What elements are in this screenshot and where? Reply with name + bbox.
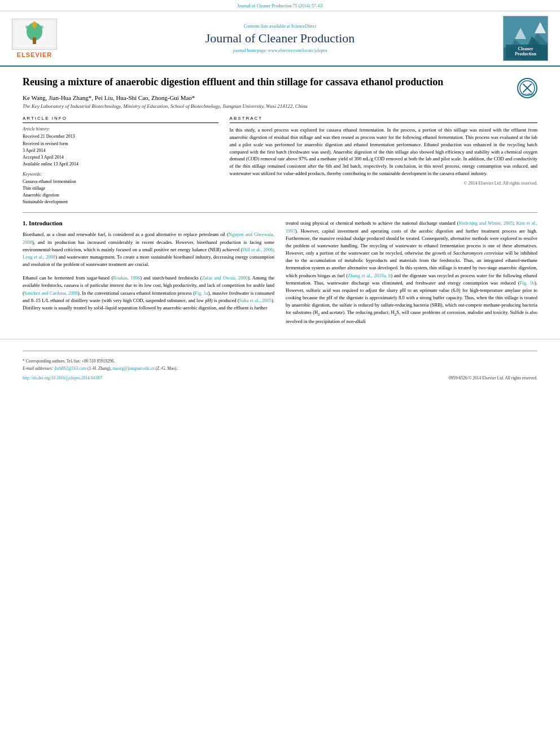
body-section: 1. Introduction Bioethanol, as a clean a… (23, 220, 537, 325)
keyword-2: Thin stillage (23, 185, 218, 192)
journal-center: Contents lists available at ScienceDirec… (60, 24, 500, 53)
journal-title: Journal of Cleaner Production (60, 31, 500, 46)
article-title-section: CrossMark Reusing a mixture of anaerobic… (23, 76, 537, 89)
article-info-heading: ARTICLE INFO (23, 116, 218, 123)
history-label: Article history: (23, 126, 218, 132)
section-divider (23, 212, 537, 213)
available-date: Available online 13 April 2014 (23, 161, 218, 167)
svg-point-4 (40, 25, 43, 29)
ref-sanchez[interactable]: Sanchez and Cardona, 2008 (24, 290, 78, 296)
ref-zhang[interactable]: Zhang et al., 2010a, b (348, 273, 391, 278)
keywords-group: Keywords: Cassava ethanol fermentation T… (23, 172, 218, 206)
article-content: CrossMark Reusing a mixture of anaerobic… (0, 67, 560, 334)
journal-cover-image: CleanerProduction (500, 16, 551, 61)
sciencedirect-link[interactable]: ScienceDirect (291, 24, 317, 29)
cover-box: CleanerProduction (503, 16, 548, 61)
ref-hill[interactable]: Hill et al., 2006 (242, 247, 273, 252)
svg-rect-2 (33, 37, 36, 44)
authors-text: Ke Wang, Jian-Hua Zhang*, Pei Liu, Hua-S… (23, 94, 195, 101)
crossmark-badge: CrossMark (517, 78, 537, 98)
history-group: Article history: Received 21 December 20… (23, 126, 218, 167)
email-note: E-mail addresses: jhzh882@163.com (J.-H.… (23, 365, 537, 372)
received-date: Received 21 December 2013 (23, 133, 218, 139)
keyword-1: Cassava ethanol fermentation (23, 178, 218, 185)
article-info-column: ARTICLE INFO Article history: Received 2… (23, 116, 218, 206)
svg-point-3 (25, 25, 29, 29)
affiliation: The Key Laboratory of Industrial Biotech… (23, 103, 537, 109)
accepted-date: Accepted 3 April 2014 (23, 154, 218, 160)
journal-header: ELSEVIER Contents lists available at Sci… (0, 11, 560, 67)
ref-jordening[interactable]: Jördening and Winter, 2005 (458, 220, 513, 226)
doi-link[interactable]: http://dx.doi.org/10.1016/j.jclepro.2014… (23, 375, 102, 381)
page-footer: * Corresponding authors. Tel./fax: +86 5… (0, 339, 560, 385)
ref-fig1b[interactable]: Fig. 1b (520, 280, 535, 286)
abstract-text: In this study, a novel process was explo… (230, 126, 537, 177)
ref-leng[interactable]: Leng et al., 2008 (23, 254, 55, 260)
journal-homepage: journal homepage: www.elsevier.com/locat… (60, 48, 500, 53)
intro-para1: Bioethanol, as a clean and renewable fue… (23, 231, 274, 268)
svg-point-5 (32, 21, 37, 28)
svg-text:CrossMark: CrossMark (520, 93, 535, 96)
info-abstract-section: ARTICLE INFO Article history: Received 2… (23, 116, 537, 206)
ref-roukas[interactable]: Roukas, 1996 (113, 275, 140, 281)
body-right-column: treated using physical or chemical metho… (286, 220, 537, 325)
authors-line: Ke Wang, Jian-Hua Zhang*, Pei Liu, Hua-S… (23, 94, 537, 101)
abstract-column: ABSTRACT In this study, a novel process … (230, 116, 537, 206)
cover-label: CleanerProduction (506, 45, 545, 58)
issn-text: 0959-6526/© 2014 Elsevier Ltd. All right… (449, 375, 537, 381)
footer-divider (23, 351, 537, 351)
ref-zafar[interactable]: Zafar and Owais, 2006 (202, 275, 248, 281)
email1-link[interactable]: jhzh882@163.com (54, 366, 86, 371)
article-title: Reusing a mixture of anaerobic digestion… (23, 76, 537, 89)
elsevier-text: ELSEVIER (17, 51, 52, 58)
abstract-heading: ABSTRACT (230, 116, 537, 123)
keyword-3: Anaerobic digestion (23, 192, 218, 199)
body-left-column: 1. Introduction Bioethanol, as a clean a… (23, 220, 274, 325)
corresponding-note: * Corresponding authors. Tel./fax: +86 5… (23, 358, 537, 364)
elsevier-logo-image (12, 19, 57, 50)
keyword-4: Sustainable development (23, 199, 218, 206)
keywords-label: Keywords: (23, 172, 218, 177)
ref-nguyen[interactable]: Nguyen and Gheewala, 2008 (23, 231, 274, 244)
right-para1: treated using physical or chemical metho… (286, 220, 537, 325)
journal-banner: Journal of Cleaner Production 75 (2014) … (0, 0, 560, 11)
banner-text: Journal of Cleaner Production 75 (2014) … (237, 3, 323, 8)
revised-date: 3 April 2014 (23, 147, 218, 154)
contents-available: Contents lists available at ScienceDirec… (60, 24, 500, 29)
page: Journal of Cleaner Production 75 (2014) … (0, 0, 560, 747)
intro-para2: Ethanol can be fermented from sugar-base… (23, 274, 274, 312)
received-revised-label: Received in revised form (23, 141, 218, 147)
footer-bottom: http://dx.doi.org/10.1016/j.jclepro.2014… (23, 375, 537, 381)
elsevier-logo: ELSEVIER (9, 19, 60, 58)
copyright: © 2014 Elsevier Ltd. All rights reserved… (230, 181, 537, 186)
homepage-link[interactable]: www.elsevier.com/locate/jclepro (268, 48, 327, 53)
ref-fig1a[interactable]: Fig. 1a (195, 290, 208, 296)
intro-heading: 1. Introduction (23, 220, 274, 226)
crossmark-icon: CrossMark (517, 78, 537, 98)
email2-link[interactable]: maozg@jiangnan.edu.cn (112, 366, 154, 371)
ref-saha[interactable]: Saha et al., 2005 (239, 298, 272, 303)
